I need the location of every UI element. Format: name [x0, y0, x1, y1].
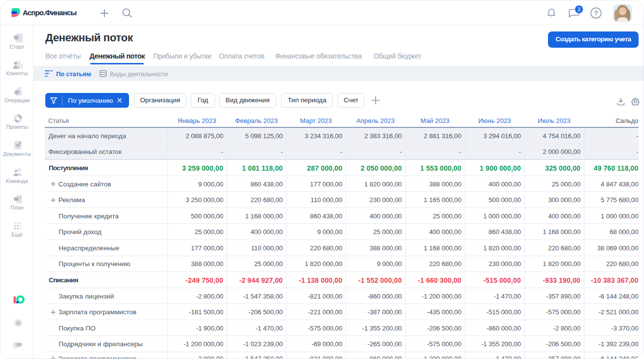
- svg-text:?: ?: [594, 9, 598, 17]
